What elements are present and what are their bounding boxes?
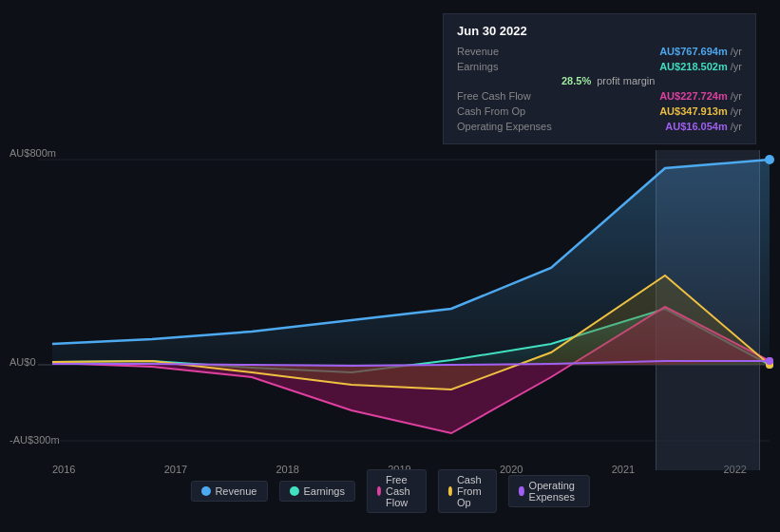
legend-item-opex[interactable]: Operating Expenses [508, 475, 589, 507]
tooltip-row-earnings: Earnings AU$218.502m /yr [457, 59, 742, 74]
svg-point-7 [766, 357, 773, 365]
tooltip-margin-label: profit margin [597, 75, 655, 86]
tooltip-label-opex: Operating Expenses [457, 121, 561, 132]
tooltip-row-fcf: Free Cash Flow AU$227.724m /yr [457, 88, 742, 104]
x-label-2021: 2021 [612, 464, 635, 475]
tooltip-margin-value: 28.5% [561, 75, 591, 86]
tooltip-value-fcf: AU$227.724m /yr [659, 90, 742, 102]
tooltip-value-cfo: AU$347.913m /yr [659, 105, 742, 117]
tooltip-date: Jun 30 2022 [457, 24, 742, 38]
tooltip-profit-margin: 28.5% profit margin [457, 74, 742, 88]
legend-item-cfo[interactable]: Cash From Op [438, 469, 498, 513]
chart-svg [0, 150, 780, 454]
legend-dot-revenue [200, 486, 210, 496]
legend-label-earnings: Earnings [303, 485, 344, 497]
tooltip-value-earnings: AU$218.502m /yr [659, 61, 742, 72]
legend: Revenue Earnings Free Cash Flow Cash Fro… [190, 469, 589, 513]
tooltip-label-cfo: Cash From Op [457, 105, 561, 117]
tooltip-row-cfo: Cash From Op AU$347.913m /yr [457, 104, 742, 119]
legend-dot-fcf [377, 486, 381, 496]
legend-item-earnings[interactable]: Earnings [278, 481, 354, 502]
tooltip-value-revenue: AU$767.694m /yr [659, 46, 742, 57]
legend-item-revenue[interactable]: Revenue [190, 481, 267, 502]
tooltip-label-fcf: Free Cash Flow [457, 90, 561, 102]
legend-dot-earnings [289, 486, 298, 496]
x-label-2016: 2016 [52, 464, 75, 475]
legend-label-revenue: Revenue [215, 485, 257, 497]
legend-dot-opex [519, 486, 523, 496]
x-label-2017: 2017 [164, 464, 187, 475]
legend-label-fcf: Free Cash Flow [386, 474, 416, 508]
tooltip-row-opex: Operating Expenses AU$16.054m /yr [457, 119, 742, 134]
tooltip-label-revenue: Revenue [457, 46, 561, 57]
tooltip-value-opex: AU$16.054m /yr [665, 121, 742, 132]
legend-label-opex: Operating Expenses [529, 480, 580, 503]
legend-label-cfo: Cash From Op [457, 474, 486, 508]
legend-item-fcf[interactable]: Free Cash Flow [367, 469, 427, 513]
tooltip-row-revenue: Revenue AU$767.694m /yr [457, 44, 742, 59]
tooltip-label-earnings: Earnings [457, 61, 561, 72]
legend-dot-cfo [448, 486, 452, 496]
tooltip-card: Jun 30 2022 Revenue AU$767.694m /yr Earn… [443, 13, 756, 144]
svg-point-3 [765, 155, 774, 164]
